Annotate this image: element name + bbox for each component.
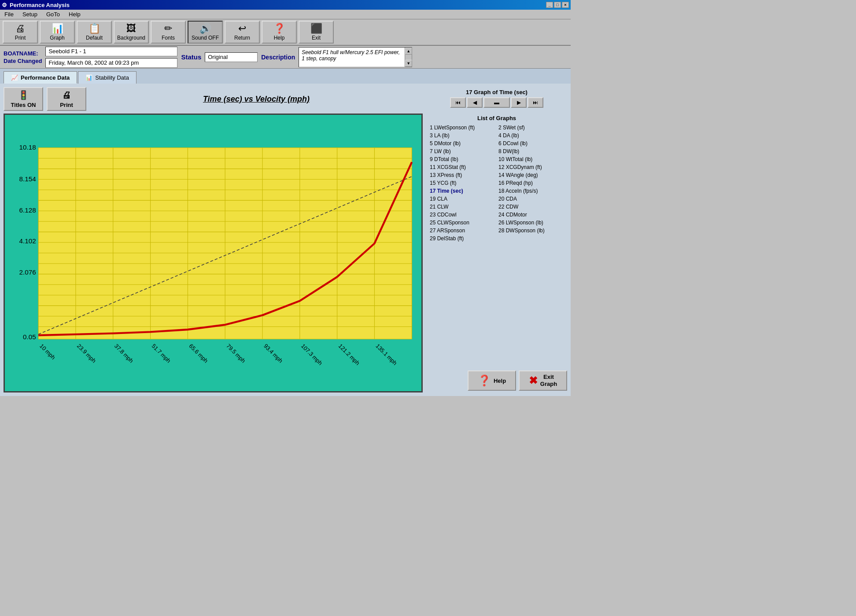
- help-action-label: Help: [494, 378, 506, 384]
- graph-item-8[interactable]: 8 DW(lb): [498, 148, 564, 155]
- nav-prev-btn[interactable]: ◀: [467, 97, 483, 108]
- graph-item-24[interactable]: 24 CDMotor: [498, 211, 564, 218]
- chart-controls: 🚦 Titles ON 🖨 Print Time (sec) vs Veloci…: [4, 87, 423, 111]
- nav-buttons: ⏮ ◀ ▬ ▶ ⏭: [428, 97, 565, 108]
- close-btn[interactable]: ×: [562, 2, 569, 8]
- graph-nav-title: 17 Graph of Time (sec): [428, 89, 565, 95]
- graph-item-2[interactable]: 2 SWet (sf): [498, 124, 564, 131]
- info-bar: BOATNAME: Date Changed Seebold F1 - 1 Fr…: [0, 46, 571, 69]
- graph-item-1[interactable]: 1 LWetSponson (ft): [430, 124, 495, 131]
- performance-data-icon: 📈: [11, 74, 18, 81]
- fonts-toolbar-btn[interactable]: ✏ Fonts: [151, 21, 186, 44]
- chart-title: Time (sec) vs Velocity (mph): [90, 95, 423, 104]
- svg-text:0.05: 0.05: [23, 333, 36, 341]
- graph-item-12[interactable]: 12 XCGDynam (ft): [498, 164, 564, 171]
- graph-item-22[interactable]: 22 CDW: [498, 203, 564, 210]
- graph-item-21[interactable]: 21 CLW: [430, 203, 495, 210]
- chart-print-btn[interactable]: 🖨 Print: [47, 87, 86, 111]
- maximize-btn[interactable]: □: [554, 2, 561, 8]
- background-icon: 🖼: [126, 24, 136, 33]
- graph-item-15[interactable]: 15 YCG (ft): [430, 180, 495, 187]
- description-container: Seebold F1 hull w/Mercury 2.5 EFI power,…: [299, 47, 412, 67]
- boatname-field[interactable]: Seebold F1 - 1: [45, 47, 177, 56]
- left-panel: 🚦 Titles ON 🖨 Print Time (sec) vs Veloci…: [4, 87, 423, 392]
- graph-item-20[interactable]: 20 CDA: [498, 195, 564, 202]
- menu-help[interactable]: Help: [66, 10, 83, 18]
- graph-item-3[interactable]: 3 LA (lb): [430, 132, 495, 139]
- svg-text:4.102: 4.102: [19, 237, 36, 245]
- graph-item-16[interactable]: 16 PReqd (hp): [498, 180, 564, 187]
- titles-on-btn[interactable]: 🚦 Titles ON: [4, 87, 43, 111]
- menu-bar: File Setup GoTo Help: [0, 10, 571, 19]
- exit-icon: ⬛: [310, 24, 322, 33]
- graph-item-13[interactable]: 13 XPress (ft): [430, 172, 495, 179]
- tab-performance-data[interactable]: 📈 Performance Data: [4, 71, 77, 84]
- sound-toolbar-btn[interactable]: 🔊 Sound OFF: [188, 21, 223, 44]
- graph-item-11[interactable]: 11 XCGStat (ft): [430, 164, 495, 171]
- date-field[interactable]: Friday, March 08, 2002 at 09:23 pm: [45, 58, 177, 68]
- graph-item-29[interactable]: 29 DelStab (ft): [430, 235, 495, 242]
- tabs-bar: 📈 Performance Data 📊 Stability Data: [0, 69, 571, 84]
- titles-on-label: Titles ON: [11, 102, 36, 108]
- graph-label: Graph: [50, 35, 64, 41]
- exit-label: Exit: [312, 35, 321, 41]
- return-toolbar-btn[interactable]: ↩ Return: [225, 21, 260, 44]
- menu-file[interactable]: File: [2, 10, 16, 18]
- exit-graph-icon: ✖: [529, 374, 538, 387]
- default-toolbar-btn[interactable]: 📋 Default: [77, 21, 112, 44]
- print-icon: 🖨: [15, 24, 25, 33]
- print-toolbar-btn[interactable]: 🖨 Print: [3, 21, 38, 44]
- nav-middle-btn[interactable]: ▬: [483, 97, 510, 108]
- exit-toolbar-btn[interactable]: ⬛ Exit: [299, 21, 334, 44]
- default-label: Default: [86, 35, 103, 41]
- graph-item-4[interactable]: 4 DA (lb): [498, 132, 564, 139]
- status-field[interactable]: Original: [205, 52, 258, 62]
- menu-goto[interactable]: GoTo: [44, 10, 63, 18]
- exit-graph-btn[interactable]: ✖ ExitGraph: [519, 370, 567, 391]
- return-label: Return: [234, 35, 250, 41]
- graph-list-title: List of Graphs: [430, 115, 564, 121]
- help-label: Help: [274, 35, 285, 41]
- svg-text:2.076: 2.076: [19, 268, 36, 276]
- help-toolbar-btn[interactable]: ❓ Help: [262, 21, 297, 44]
- tab-stability-data[interactable]: 📊 Stability Data: [78, 71, 137, 84]
- graph-item-23[interactable]: 23 CDCowl: [430, 211, 495, 218]
- background-toolbar-btn[interactable]: 🖼 Background: [114, 21, 149, 44]
- description-scrollbar[interactable]: ▲ ▼: [405, 48, 412, 67]
- nav-last-btn[interactable]: ⏭: [528, 97, 543, 108]
- graph-item-17[interactable]: 17 Time (sec): [430, 187, 495, 194]
- graph-item-27[interactable]: 27 ARSponson: [430, 227, 495, 234]
- print-label: Print: [15, 35, 26, 41]
- graph-toolbar-btn[interactable]: 📊 Graph: [40, 21, 75, 44]
- stability-data-label: Stability Data: [95, 74, 129, 81]
- graph-item-26[interactable]: 26 LWSponson (lb): [498, 219, 564, 226]
- title-bar: ⚙ Performance Analysis _ □ ×: [0, 0, 571, 10]
- default-icon: 📋: [89, 24, 100, 33]
- main-content: 🚦 Titles ON 🖨 Print Time (sec) vs Veloci…: [0, 84, 571, 396]
- graph-item-6[interactable]: 6 DCowl (lb): [498, 140, 564, 147]
- window-title: Performance Analysis: [10, 2, 70, 8]
- menu-setup[interactable]: Setup: [20, 10, 40, 18]
- graph-item-19[interactable]: 19 CLA: [430, 195, 495, 202]
- right-panel: 17 Graph of Time (sec) ⏮ ◀ ▬ ▶ ⏭ List of…: [426, 87, 567, 392]
- scroll-up-arrow[interactable]: ▲: [405, 48, 412, 55]
- graph-item-10[interactable]: 10 WtTotal (lb): [498, 156, 564, 163]
- nav-first-btn[interactable]: ⏮: [450, 97, 466, 108]
- nav-next-btn[interactable]: ▶: [511, 97, 527, 108]
- sound-label: Sound OFF: [192, 35, 219, 41]
- graph-item-5[interactable]: 5 DMotor (lb): [430, 140, 495, 147]
- graph-item-14[interactable]: 14 WAngle (deg): [498, 172, 564, 179]
- description-label: Description: [261, 54, 295, 61]
- return-icon: ↩: [238, 24, 246, 33]
- help-action-btn[interactable]: ❓ Help: [468, 370, 516, 391]
- help-action-icon: ❓: [478, 374, 491, 387]
- minimize-btn[interactable]: _: [546, 2, 553, 8]
- chart-print-icon: 🖨: [62, 90, 71, 100]
- graph-item-28[interactable]: 28 DWSponson (lb): [498, 227, 564, 234]
- graph-item-9[interactable]: 9 DTotal (lb): [430, 156, 495, 163]
- boatname-label: BOATNAME:: [4, 50, 42, 57]
- scroll-down-arrow[interactable]: ▼: [405, 60, 412, 67]
- graph-item-7[interactable]: 7 LW (lb): [430, 148, 495, 155]
- graph-item-25[interactable]: 25 CLWSponson: [430, 219, 495, 226]
- graph-item-18[interactable]: 18 AcceIn (fps/s): [498, 187, 564, 194]
